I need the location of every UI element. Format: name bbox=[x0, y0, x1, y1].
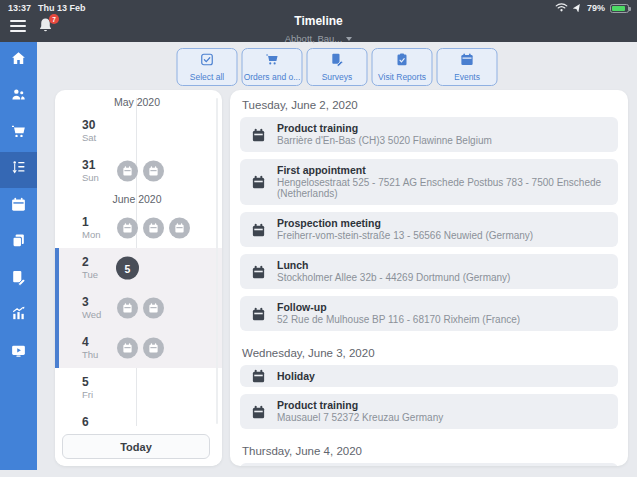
event-card[interactable]: Prospection meetingFreiherr-vom-stein-st… bbox=[240, 212, 618, 247]
status-date: Thu 13 Feb bbox=[38, 3, 86, 13]
filter-label: Orders and o... bbox=[244, 73, 301, 82]
event-title: Holiday bbox=[277, 369, 608, 383]
status-time: 13:37 bbox=[8, 3, 31, 13]
event-location: Barrière d'En-Bas (CH)3 5020 Flawinne Be… bbox=[277, 135, 608, 148]
event-dot-icon[interactable] bbox=[117, 161, 138, 182]
wifi-icon bbox=[555, 2, 568, 14]
top-bar: 13:37 Thu 13 Feb 79% 7 Timeline Abbott, … bbox=[0, 0, 637, 42]
event-dot-icon[interactable] bbox=[117, 298, 138, 319]
contacts-icon bbox=[10, 86, 27, 107]
filter-button-visit-reports[interactable]: Visit Reports bbox=[372, 48, 433, 86]
sidebar-item-contacts[interactable] bbox=[0, 79, 37, 116]
event-title: Product training bbox=[277, 121, 608, 135]
event-group-date: Wednesday, June 3, 2020 bbox=[230, 338, 628, 365]
day-weekday: Tue bbox=[82, 270, 98, 280]
event-title: Lunch bbox=[277, 258, 608, 272]
event-card[interactable]: First appointmentHengelosestraat 525 - 7… bbox=[240, 159, 618, 205]
selected-day-count-badge[interactable]: 5 bbox=[116, 257, 139, 280]
clipboard-icon bbox=[395, 52, 410, 71]
day-row-3[interactable]: 3Wed bbox=[55, 288, 222, 328]
event-dot-icon[interactable] bbox=[117, 338, 138, 359]
calendar-rows: May 202030Sat31SunJune 20201Mon2Tue53Wed… bbox=[55, 94, 222, 448]
sidebar-item-home[interactable] bbox=[0, 42, 37, 79]
event-card[interactable]: Holiday bbox=[240, 365, 618, 387]
day-row-31[interactable]: 31Sun bbox=[55, 151, 222, 191]
event-calendar-icon bbox=[251, 127, 266, 142]
filter-button-select-all[interactable]: Select all bbox=[177, 48, 238, 86]
day-row-1[interactable]: 1Mon bbox=[55, 208, 222, 248]
account-selector[interactable]: Abbott, Bau... bbox=[285, 33, 353, 44]
day-label: 3Wed bbox=[82, 296, 101, 320]
day-row-30[interactable]: 30Sat bbox=[55, 111, 222, 151]
location-icon bbox=[573, 3, 582, 14]
day-number: 2 bbox=[82, 256, 98, 269]
event-dot-icon[interactable] bbox=[143, 298, 164, 319]
day-weekday: Fri bbox=[82, 390, 93, 400]
day-row-5[interactable]: 5Fri bbox=[55, 368, 222, 408]
event-card[interactable]: Product trainingMausauel 7 52372 Kreuzau… bbox=[240, 394, 618, 429]
event-calendar-icon bbox=[251, 306, 266, 321]
day-number: 1 bbox=[82, 216, 100, 229]
day-weekday: Sun bbox=[82, 173, 99, 183]
event-dot-icon[interactable] bbox=[143, 338, 164, 359]
day-event-icons bbox=[117, 338, 164, 359]
day-label: 4Thu bbox=[82, 336, 98, 360]
event-location: Mausauel 7 52372 Kreuzau Germany bbox=[277, 412, 608, 425]
event-group-date: Tuesday, June 2, 2020 bbox=[230, 90, 628, 117]
day-event-icons bbox=[117, 218, 190, 239]
event-dot-icon[interactable] bbox=[169, 218, 190, 239]
today-button[interactable]: Today bbox=[62, 434, 210, 459]
event-card[interactable]: Weekly meeting Sales Manager bbox=[240, 463, 618, 466]
sidebar-item-documents[interactable] bbox=[0, 225, 37, 262]
filter-bar: Select allOrders and o...SurveysVisit Re… bbox=[177, 48, 498, 86]
event-title: First appointment bbox=[277, 163, 608, 177]
day-weekday: Sat bbox=[82, 133, 96, 143]
sidebar-item-statistics[interactable] bbox=[0, 298, 37, 335]
events-panel: Tuesday, June 2, 2020Product trainingBar… bbox=[230, 90, 628, 466]
day-number: 30 bbox=[82, 119, 96, 132]
battery-icon bbox=[610, 4, 629, 13]
nav-bar: 7 Timeline Abbott, Bau... bbox=[0, 14, 637, 42]
day-label: 5Fri bbox=[82, 376, 93, 400]
sidebar-item-media[interactable] bbox=[0, 334, 37, 371]
day-weekday: Wed bbox=[82, 310, 101, 320]
checkbox-icon bbox=[200, 52, 215, 71]
event-card[interactable]: LunchStockholmer Allee 32b - 44269 Dortm… bbox=[240, 254, 618, 289]
event-card[interactable]: Follow-up52 Rue de Mulhouse BP 116 - 681… bbox=[240, 296, 618, 331]
day-number: 3 bbox=[82, 296, 101, 309]
event-location: Freiherr-vom-stein-straße 13 - 56566 Neu… bbox=[277, 230, 608, 243]
event-dot-icon[interactable] bbox=[143, 218, 164, 239]
filter-button-events[interactable]: Events bbox=[437, 48, 498, 86]
app-screen: 13:37 Thu 13 Feb 79% 7 Timeline Abbott, … bbox=[0, 0, 637, 477]
day-number: 6 bbox=[82, 416, 96, 429]
calendar-scrollbar[interactable] bbox=[216, 98, 218, 424]
day-label: 2Tue bbox=[82, 256, 98, 280]
event-calendar-icon bbox=[251, 264, 266, 279]
timeline-icon bbox=[10, 159, 27, 180]
documents-icon bbox=[10, 232, 27, 253]
event-location: Stockholmer Allee 32b - 44269 Dortmund (… bbox=[277, 272, 608, 285]
day-label: 31Sun bbox=[82, 159, 99, 183]
day-weekday: Mon bbox=[82, 230, 100, 240]
day-row-4[interactable]: 4Thu bbox=[55, 328, 222, 368]
filter-button-orders-and-o[interactable]: Orders and o... bbox=[242, 48, 303, 86]
sidebar-item-calendar[interactable] bbox=[0, 188, 37, 225]
calendar-icon bbox=[10, 196, 27, 217]
day-number: 4 bbox=[82, 336, 98, 349]
event-card[interactable]: Product trainingBarrière d'En-Bas (CH)3 … bbox=[240, 117, 618, 152]
day-row-2[interactable]: 2Tue5 bbox=[55, 248, 222, 288]
battery-percent: 79% bbox=[587, 3, 605, 13]
filter-label: Select all bbox=[190, 73, 225, 82]
sidebar bbox=[0, 42, 37, 470]
day-event-icons bbox=[117, 298, 164, 319]
cart-icon bbox=[265, 52, 280, 71]
sidebar-item-timeline[interactable] bbox=[0, 152, 37, 189]
sidebar-item-orders[interactable] bbox=[0, 115, 37, 152]
status-bar: 13:37 Thu 13 Feb 79% bbox=[0, 0, 637, 14]
filter-button-surveys[interactable]: Surveys bbox=[307, 48, 368, 86]
sidebar-item-surveys[interactable] bbox=[0, 261, 37, 298]
day-number: 5 bbox=[82, 376, 93, 389]
month-label: May 2020 bbox=[55, 94, 219, 111]
event-dot-icon[interactable] bbox=[117, 218, 138, 239]
event-dot-icon[interactable] bbox=[143, 161, 164, 182]
